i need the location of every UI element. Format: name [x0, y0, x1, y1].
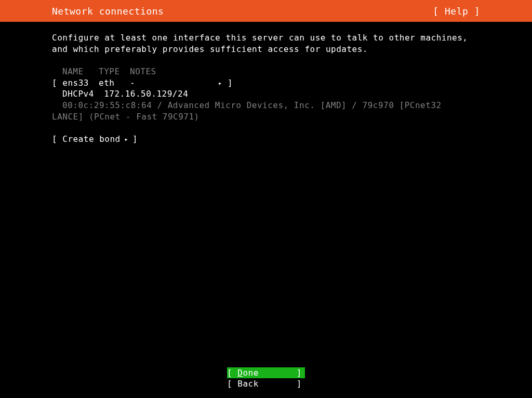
dhcp-label: DHCPv4	[62, 88, 99, 100]
header-type: TYPE	[99, 66, 130, 77]
interface-notes: -	[130, 77, 218, 89]
device-info-line1: 00:0c:29:55:c8:64 / Advanced Micro Devic…	[52, 100, 480, 111]
device-info: 00:0c:29:55:c8:64 / Advanced Micro Devic…	[52, 100, 480, 122]
main-content: Configure at least one interface this se…	[0, 22, 532, 145]
chevron-right-icon: ▸	[218, 79, 222, 87]
interface-name: [ ens33	[52, 77, 99, 89]
header-notes: NOTES	[130, 66, 156, 77]
header-name: NAME	[52, 66, 99, 77]
create-bond-button[interactable]: [ Create bond ▸ ]	[52, 134, 480, 145]
interface-row[interactable]: [ ens33 eth - ▸ ]	[52, 77, 480, 89]
create-bond-label: Create bond	[62, 134, 120, 144]
back-button[interactable]: [ Back]	[227, 378, 305, 390]
interface-type: eth	[99, 77, 130, 89]
footer-buttons: [ Done] [ Back]	[0, 367, 532, 390]
done-button[interactable]: [ Done]	[227, 367, 305, 379]
back-label: Back	[237, 379, 259, 389]
done-hotkey: D	[237, 368, 243, 378]
page-title: Network connections	[52, 6, 164, 17]
dhcp-address: 172.16.50.129/24	[104, 88, 188, 100]
help-button[interactable]: [ Help ]	[433, 6, 522, 17]
chevron-right-icon: ▸	[121, 136, 132, 143]
interface-close-bracket: ]	[222, 77, 233, 89]
table-header-row: NAME TYPE NOTES	[52, 66, 480, 77]
description-text: Configure at least one interface this se…	[52, 32, 480, 55]
device-info-line2: LANCE] (PCnet - Fast 79C971)	[52, 111, 480, 123]
header-bar: Network connections [ Help ]	[0, 0, 532, 22]
dhcp-row: DHCPv4 172.16.50.129/24	[52, 88, 480, 100]
